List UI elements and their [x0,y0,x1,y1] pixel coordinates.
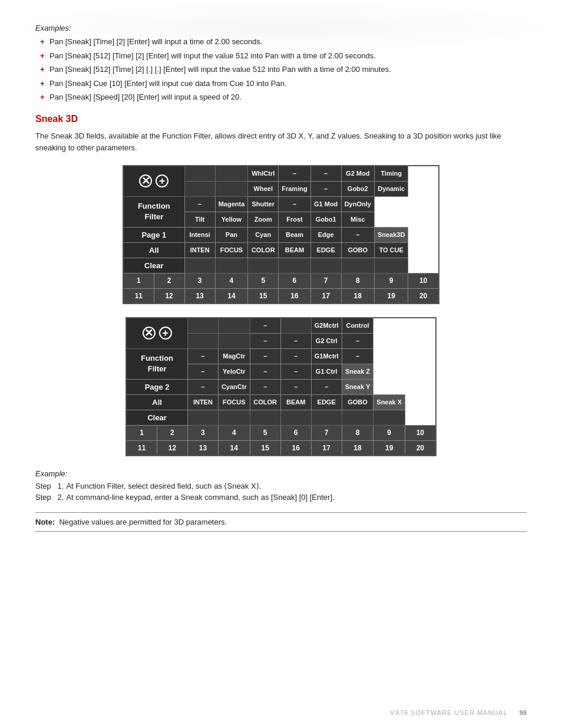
t2-magctr: MagCtr [218,348,250,364]
t1-n20: 20 [408,288,439,304]
bullet-5: Pan [Sneak] [Speed] [20] [Enter] will in… [40,91,527,103]
all-label: All [123,242,184,258]
t2-dash14: – [280,379,311,394]
t2-n4: 4 [218,425,250,440]
section-desc: The Sneak 3D fields, available at the Fu… [35,130,527,155]
filter-table-2-wrap: ✕ + – G2Mctrl Control – – [35,317,527,456]
t2-sneakz: Sneak Z [342,364,373,379]
t2-dash7: – [280,348,311,364]
t2-g1ctrl: G1 Ctrl [311,364,342,379]
t1-n13: 13 [184,288,215,304]
t1-n4: 4 [215,273,248,288]
step-2-text: At command-line keypad, enter a Sneak co… [66,493,334,502]
filter-table-2: ✕ + – G2Mctrl Control – – [125,317,436,456]
t2-n10: 10 [405,425,436,440]
all-label-2: All [126,394,187,410]
function-filter-label-2: FunctionFilter [133,353,181,374]
filter-table-1-wrap: ✕ + WhlCtrl – – G2 Mod Timing W [35,165,527,304]
t1-dash1: – [279,166,310,181]
t1-frost: Frost [279,212,310,227]
table2-row1: ✕ + – G2Mctrl Control [126,318,435,333]
table2-row6: All INTEN FOCUS COLOR BEAM EDGE GOBO Sne… [126,394,435,410]
t1-shutter: Shutter [248,196,279,212]
t2-n20: 20 [405,440,436,456]
table2-numrow2: 11 12 13 14 15 16 17 18 19 20 [126,440,435,456]
t2-sneakx: Sneak X [373,394,405,410]
footer: VX76 SOFTWARE USER MANUAL 99 [390,709,527,716]
t2-control: Control [342,318,373,333]
bullet-4: Pan [Sneak] Cue [10] [Enter] will input … [40,78,527,90]
t2-n17: 17 [311,440,342,456]
table2-row5: Page 2 – CyanCtr – – – Sneak Y [126,379,435,394]
t1-magenta: Magenta [215,196,248,212]
table2-row3: FunctionFilter – MagCtr – – G1Mctrl – [126,348,435,364]
page2-label: Page 2 [126,379,187,394]
t1-n2: 2 [154,273,184,288]
t2-sneaky: Sneak Y [342,379,373,394]
t1-cyan: Cyan [248,227,279,242]
page1-label: Page 1 [123,227,184,242]
t2-g2mctrl: G2Mctrl [311,318,342,333]
page-number: 99 [520,709,527,716]
step-2-label: Step 2. [35,493,64,502]
clear-label: Clear [123,258,184,273]
t1-gobo1: Gobo1 [310,212,341,227]
t2-color: COLOR [250,394,280,410]
t1-n15: 15 [248,288,279,304]
examples-label: Examples: [35,24,527,32]
table1-row7: Clear [123,258,439,273]
table1-row1: ✕ + WhlCtrl – – G2 Mod Timing [123,166,439,181]
section-title: Sneak 3D [35,114,527,124]
t1-edge: Edge [310,227,341,242]
t1-dash2: – [310,166,341,181]
t1-n6: 6 [279,273,310,288]
t1-n19: 19 [374,288,408,304]
note-box: Note: Negative values are permitted for … [35,512,527,532]
bullet-1: Pan [Sneak] [Time] [2] [Enter] will inpu… [40,36,527,48]
step-1-row: Step 1. At Function Filter, select desir… [35,482,527,490]
t2-n16: 16 [280,440,311,456]
table2-numrow1: 1 2 3 4 5 6 7 8 9 10 [126,425,435,440]
table2-row7: Clear [126,410,435,425]
t2-n8: 8 [342,425,373,440]
t2-cyanctr: CyanCtr [218,379,250,394]
t1-n14: 14 [215,288,248,304]
t1-tocue: TO CUE [374,242,408,258]
example-label: Example: [35,469,527,478]
t1-g1mod: G1 Mod [310,196,341,212]
t1-zoom: Zoom [248,212,279,227]
bullet-list: Pan [Sneak] [Time] [2] [Enter] will inpu… [40,36,527,103]
table1-numrow1: 1 2 3 4 5 6 7 8 9 10 [123,273,439,288]
t1-n7: 7 [310,273,341,288]
t2-dash6: – [250,348,280,364]
t1-n8: 8 [341,273,374,288]
t1-beam2: BEAM [279,242,310,258]
t2-dash13: – [250,379,280,394]
t1-framing: Framing [279,181,310,196]
t1-pan: Pan [215,227,248,242]
x-icon: ✕ [139,174,152,187]
t2-dash8: – [342,348,373,364]
t1-n16: 16 [279,288,310,304]
t2-dash4: – [342,333,373,348]
t2-dash12: – [187,379,218,394]
t1-gobo2: Gobo2 [341,181,374,196]
t2-inten: INTEN [187,394,218,410]
t2-n19: 19 [373,440,405,456]
t1-wheel: Wheel [248,181,279,196]
t1-n12: 12 [154,288,184,304]
t2-dash10: – [250,364,280,379]
t1-focus: FOCUS [215,242,248,258]
t1-n11: 11 [123,288,154,304]
t2-n5: 5 [250,425,280,440]
t2-n12: 12 [157,440,187,456]
t1-yellow: Yellow [215,212,248,227]
t1-n9: 9 [374,273,408,288]
note-label: Note: [35,518,55,526]
bullet-2: Pan [Sneak] [512] [Time] [2] [Enter] wil… [40,50,527,62]
table1-numrow2: 11 12 13 14 15 16 17 18 19 20 [123,288,439,304]
plus-icon-2: + [159,327,172,340]
t2-n9: 9 [373,425,405,440]
note-text: Negative values are permitted for 3D par… [59,518,227,526]
t1-whlctrl: WhlCtrl [248,166,279,181]
